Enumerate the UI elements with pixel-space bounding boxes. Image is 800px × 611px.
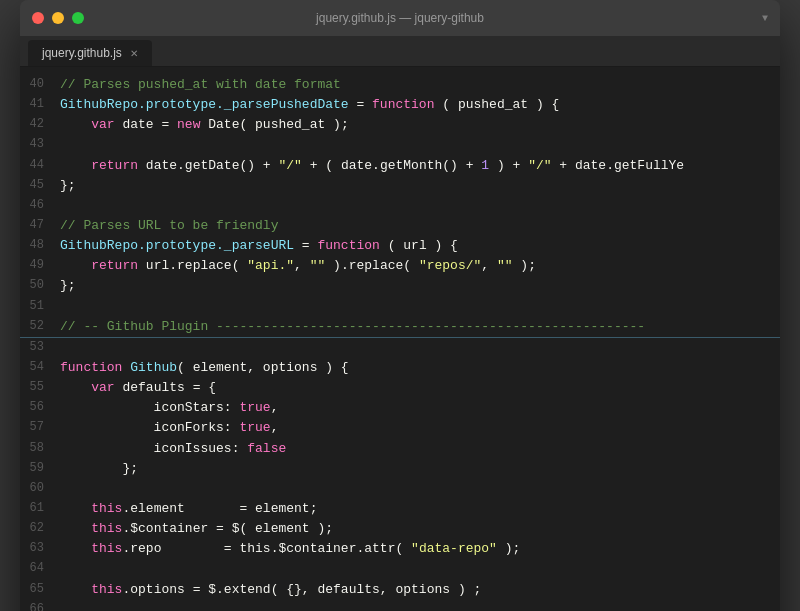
table-row: 42 var date = new Date( pushed_at ); — [20, 115, 780, 135]
line-number: 60 — [20, 479, 60, 499]
line-number: 50 — [20, 276, 60, 296]
line-content — [60, 338, 764, 358]
line-content: var date = new Date( pushed_at ); — [60, 115, 764, 135]
table-row: 59 }; — [20, 459, 780, 479]
line-number: 49 — [20, 256, 60, 276]
line-content: }; — [60, 276, 764, 296]
line-content — [60, 297, 764, 317]
editor-window: jquery.github.js — jquery-github ▼ jquer… — [20, 0, 780, 611]
line-number: 42 — [20, 115, 60, 135]
table-row: 64 — [20, 559, 780, 579]
line-content: GithubRepo.prototype._parseURL = functio… — [60, 236, 764, 256]
line-content — [60, 600, 764, 611]
table-row: 45}; — [20, 176, 780, 196]
table-row: 40// Parses pushed_at with date format — [20, 75, 780, 95]
line-content: return url.replace( "api.", "" ).replace… — [60, 256, 764, 276]
table-row: 58 iconIssues: false — [20, 439, 780, 459]
table-row: 53 — [20, 338, 780, 358]
line-content: this.element = element; — [60, 499, 764, 519]
line-content: GithubRepo.prototype._parsePushedDate = … — [60, 95, 764, 115]
line-content: iconForks: true, — [60, 418, 764, 438]
line-number: 55 — [20, 378, 60, 398]
maximize-button[interactable] — [72, 12, 84, 24]
table-row: 41GithubRepo.prototype._parsePushedDate … — [20, 95, 780, 115]
table-row: 46 — [20, 196, 780, 216]
line-number: 54 — [20, 358, 60, 378]
line-number: 43 — [20, 135, 60, 155]
line-number: 63 — [20, 539, 60, 559]
line-number: 48 — [20, 236, 60, 256]
line-number: 66 — [20, 600, 60, 611]
line-content: iconStars: true, — [60, 398, 764, 418]
table-row: 50}; — [20, 276, 780, 296]
line-number: 51 — [20, 297, 60, 317]
table-row: 66 — [20, 600, 780, 611]
line-content — [60, 196, 764, 216]
line-content: // Parses URL to be friendly — [60, 216, 764, 236]
table-row: 52// -- Github Plugin ------------------… — [20, 317, 780, 338]
line-content: this.$container = $( element ); — [60, 519, 764, 539]
table-row: 57 iconForks: true, — [20, 418, 780, 438]
line-number: 65 — [20, 580, 60, 600]
line-number: 56 — [20, 398, 60, 418]
table-row: 54function Github( element, options ) { — [20, 358, 780, 378]
line-number: 45 — [20, 176, 60, 196]
line-content: iconIssues: false — [60, 439, 764, 459]
line-number: 46 — [20, 196, 60, 216]
line-number: 41 — [20, 95, 60, 115]
line-content — [60, 135, 764, 155]
line-content: // -- Github Plugin --------------------… — [60, 317, 764, 337]
line-number: 61 — [20, 499, 60, 519]
line-number: 53 — [20, 338, 60, 358]
table-row: 60 — [20, 479, 780, 499]
line-content — [60, 479, 764, 499]
line-number: 44 — [20, 156, 60, 176]
titlebar: jquery.github.js — jquery-github ▼ — [20, 0, 780, 36]
line-content: return date.getDate() + "/" + ( date.get… — [60, 156, 764, 176]
table-row: 51 — [20, 297, 780, 317]
line-content: var defaults = { — [60, 378, 764, 398]
table-row: 65 this.options = $.extend( {}, defaults… — [20, 580, 780, 600]
code-editor[interactable]: 40// Parses pushed_at with date format41… — [20, 67, 780, 611]
line-content: this.options = $.extend( {}, defaults, o… — [60, 580, 764, 600]
line-number: 52 — [20, 317, 60, 337]
line-number: 58 — [20, 439, 60, 459]
line-number: 59 — [20, 459, 60, 479]
line-content: this.repo = this.$container.attr( "data-… — [60, 539, 764, 559]
table-row: 62 this.$container = $( element ); — [20, 519, 780, 539]
table-row: 56 iconStars: true, — [20, 398, 780, 418]
line-content: // Parses pushed_at with date format — [60, 75, 764, 95]
table-row: 61 this.element = element; — [20, 499, 780, 519]
table-row: 43 — [20, 135, 780, 155]
line-content — [60, 559, 764, 579]
table-row: 44 return date.getDate() + "/" + ( date.… — [20, 156, 780, 176]
minimize-button[interactable] — [52, 12, 64, 24]
table-row: 49 return url.replace( "api.", "" ).repl… — [20, 256, 780, 276]
dropdown-icon[interactable]: ▼ — [762, 13, 768, 24]
tab-bar: jquery.github.js ✕ — [20, 36, 780, 67]
line-number: 62 — [20, 519, 60, 539]
tab-file[interactable]: jquery.github.js ✕ — [28, 40, 152, 66]
line-number: 64 — [20, 559, 60, 579]
line-number: 40 — [20, 75, 60, 95]
tab-close-icon[interactable]: ✕ — [130, 48, 138, 59]
line-number: 47 — [20, 216, 60, 236]
table-row: 55 var defaults = { — [20, 378, 780, 398]
line-content: }; — [60, 459, 764, 479]
line-content: function Github( element, options ) { — [60, 358, 764, 378]
window-title: jquery.github.js — jquery-github — [316, 11, 484, 25]
table-row: 48GithubRepo.prototype._parseURL = funct… — [20, 236, 780, 256]
traffic-lights — [32, 12, 84, 24]
line-number: 57 — [20, 418, 60, 438]
close-button[interactable] — [32, 12, 44, 24]
table-row: 47// Parses URL to be friendly — [20, 216, 780, 236]
line-content: }; — [60, 176, 764, 196]
table-row: 63 this.repo = this.$container.attr( "da… — [20, 539, 780, 559]
tab-label: jquery.github.js — [42, 46, 122, 60]
